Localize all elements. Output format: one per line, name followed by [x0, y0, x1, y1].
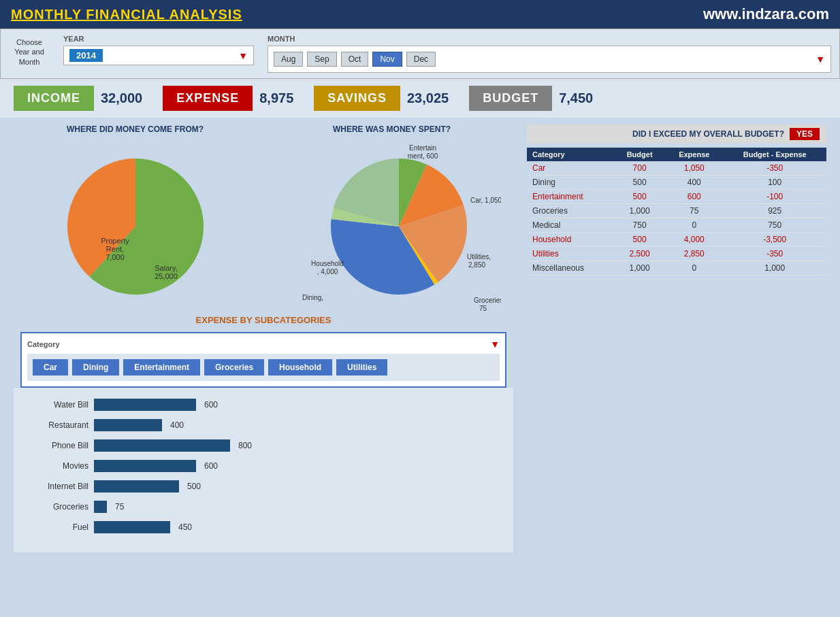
entertainment-label: Entertain	[408, 144, 436, 152]
year-filter-icon[interactable]: ▼	[238, 50, 248, 61]
income-label: INCOME	[14, 86, 94, 111]
bar-value-groceries: 75	[115, 502, 124, 512]
cell-expense: 75	[665, 204, 723, 218]
month-box: Aug Sep Oct Nov Dec ▼	[268, 46, 831, 73]
filter-row: Category ▼	[27, 339, 500, 350]
cell-diff: 925	[723, 204, 826, 218]
col-category: Category	[527, 148, 614, 161]
cell-budget: 2,500	[614, 247, 665, 261]
category-filter-label: Category	[27, 340, 60, 348]
subcategory-title: EXPENSE BY SUBCATEGORIES	[14, 315, 513, 325]
table-row: Utilities 2,500 2,850 -350	[527, 247, 826, 261]
month-oct[interactable]: Oct	[341, 52, 369, 67]
year-value: 2014	[69, 49, 103, 62]
budget-summary: BUDGET 7,450	[469, 86, 593, 111]
cell-category: Household	[527, 233, 614, 247]
budget-question: DID I EXCEED MY OVERALL BUDGET?	[632, 129, 784, 139]
month-label: MONTH	[268, 35, 831, 43]
bar-row-fuel: Fuel 450	[27, 521, 500, 533]
expense-subcategories-box: Category ▼ Car Dining Entertainment Groc…	[20, 332, 506, 388]
year-box: 2014 ▼	[63, 46, 254, 65]
table-row: Dining 500 400 100	[527, 176, 826, 190]
table-row: Miscellaneous 1,000 0 1,000	[527, 261, 826, 276]
bar-label-water-bill: Water Bill	[27, 400, 88, 410]
app-title: MONTHLY FINANCIAL ANALYSIS	[11, 7, 242, 22]
cell-budget: 750	[614, 218, 665, 233]
bar-value-water-bill: 600	[204, 400, 218, 410]
cat-btn-car[interactable]: Car	[33, 359, 68, 376]
expense-pie-chart: Entertain ment, 600 Car, 1,050 Utilities…	[283, 138, 501, 315]
car-label: Car, 1,050	[470, 197, 501, 204]
cell-diff: -3,500	[723, 233, 826, 247]
month-sep[interactable]: Sep	[307, 52, 336, 67]
bar-row-internet-bill: Internet Bill 500	[27, 480, 500, 493]
table-row: Groceries 1,000 75 925	[527, 204, 826, 218]
cell-budget: 500	[614, 233, 665, 247]
expense-value: 8,975	[259, 90, 293, 106]
household-label: Household	[311, 260, 344, 267]
salary-label: Salary,	[155, 264, 177, 272]
cell-budget: 700	[614, 161, 665, 176]
bar-label-phone-bill: Phone Bill	[27, 441, 88, 450]
cell-expense: 600	[665, 190, 723, 204]
cell-diff: 750	[723, 218, 826, 233]
table-row: Medical 750 0 750	[527, 218, 826, 233]
cat-btn-groceries[interactable]: Groceries	[204, 359, 264, 376]
bar-row-phone-bill: Phone Bill 800	[27, 439, 500, 452]
bar-row-movies: Movies 600	[27, 460, 500, 472]
expense-chart-title: WHERE WAS MONEY SPENT?	[270, 124, 513, 134]
app-header: MONTHLY FINANCIAL ANALYSIS www.indzara.c…	[0, 0, 840, 29]
month-dec[interactable]: Dec	[406, 52, 436, 67]
property-value-label: 7,000	[106, 253, 125, 261]
expense-chart-section: WHERE WAS MONEY SPENT?	[270, 124, 513, 315]
charts-row: WHERE DID MONEY COME FROM?	[7, 118, 520, 315]
cell-category: Car	[527, 161, 614, 176]
summary-bar: INCOME 32,000 EXPENSE 8,975 SAVINGS 23,0…	[0, 79, 840, 118]
bar-water-bill	[94, 399, 196, 411]
month-aug[interactable]: Aug	[274, 52, 303, 67]
bar-value-fuel: 450	[178, 522, 192, 532]
cat-btn-dining[interactable]: Dining	[72, 359, 119, 376]
budget-header-row: DID I EXCEED MY OVERALL BUDGET? YES	[527, 124, 826, 144]
cat-btn-entertainment[interactable]: Entertainment	[123, 359, 200, 376]
month-filter-icon[interactable]: ▼	[815, 54, 825, 65]
savings-summary: SAVINGS 23,025	[314, 86, 449, 111]
table-row: Car 700 1,050 -350	[527, 161, 826, 176]
bar-value-phone-bill: 800	[238, 441, 252, 450]
bar-phone-bill	[94, 439, 230, 452]
bar-value-internet-bill: 500	[187, 482, 201, 491]
cat-btn-utilities[interactable]: Utilities	[336, 359, 387, 376]
budget-label: BUDGET	[469, 86, 552, 111]
cell-category: Groceries	[527, 204, 614, 218]
bar-label-fuel: Fuel	[27, 522, 88, 532]
entertainment-label2: ment, 600	[407, 152, 438, 160]
salary-value-label: 25,000	[155, 272, 178, 280]
bar-chart-area: Water Bill 600 Restaurant 400 Phone Bill…	[14, 388, 513, 552]
cell-diff: -350	[723, 161, 826, 176]
groceries-value-label: 75	[479, 305, 487, 312]
household-value-label: , 4,000	[317, 268, 338, 276]
cell-budget: 1,000	[614, 261, 665, 276]
expense-pie-container: Entertain ment, 600 Car, 1,050 Utilities…	[270, 138, 513, 315]
cell-expense: 4,000	[665, 233, 723, 247]
bar-fuel	[94, 521, 170, 533]
bar-value-restaurant: 400	[170, 420, 184, 430]
main-content: WHERE DID MONEY COME FROM?	[0, 118, 840, 559]
property-label: Property	[101, 237, 129, 245]
bar-row-water-bill: Water Bill 600	[27, 399, 500, 411]
property-rent-label: Rent,	[106, 245, 123, 253]
month-nov[interactable]: Nov	[372, 52, 402, 67]
top-controls: Choose Year and Month YEAR 2014 ▼ MONTH …	[0, 29, 840, 79]
income-chart-section: WHERE DID MONEY COME FROM?	[14, 124, 257, 315]
cell-category: Entertainment	[527, 190, 614, 204]
category-filter-icon[interactable]: ▼	[490, 339, 500, 350]
cell-budget: 500	[614, 190, 665, 204]
bar-internet-bill	[94, 480, 179, 493]
bar-restaurant	[94, 419, 162, 431]
bar-movies	[94, 460, 196, 472]
bar-row-groceries: Groceries 75	[27, 501, 500, 513]
savings-label: SAVINGS	[314, 86, 400, 111]
cat-btn-household[interactable]: Household	[268, 359, 332, 376]
budget-table-header-row: Category Budget Expense Budget - Expense	[527, 148, 826, 161]
bar-label-movies: Movies	[27, 461, 88, 471]
